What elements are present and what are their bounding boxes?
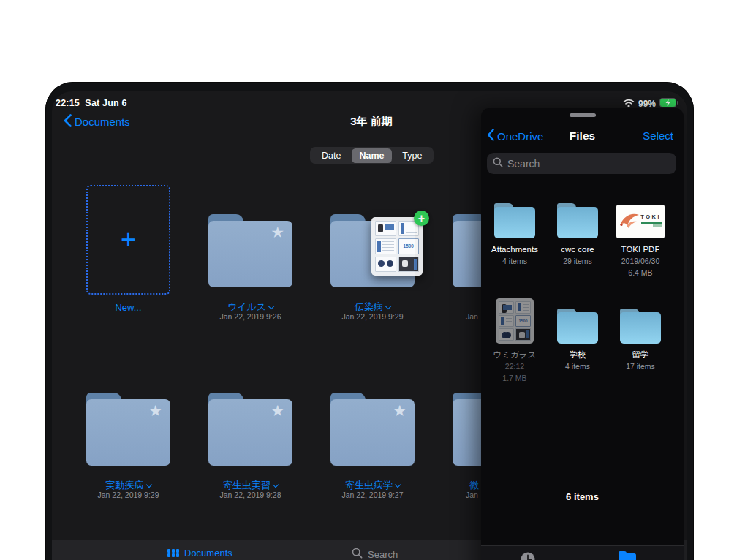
ipad-screen: 22:15 Sat Jun 6 99% Documents — [52, 91, 687, 560]
file-name: cwc core — [561, 244, 594, 254]
back-label: Documents — [75, 116, 130, 128]
file-info: 6.4 MB — [628, 268, 652, 278]
chevron-left-icon — [64, 114, 72, 129]
file-name: ウミガラス — [493, 349, 537, 360]
segment-date[interactable]: Date — [311, 148, 352, 163]
chevron-down-icon[interactable] — [268, 303, 274, 309]
select-button[interactable]: Select — [643, 129, 673, 142]
plus-icon: + — [121, 227, 136, 253]
dragged-document-ghost[interactable]: 1500 + — [371, 217, 423, 276]
document-thumbnail: 1500 — [496, 298, 534, 344]
folder-name: ウイルス — [227, 301, 266, 312]
file-item-umigarasu[interactable]: 1500 ウミガラス 22:12 1.7 MB — [483, 297, 546, 383]
tab-search-label: Search — [368, 549, 398, 560]
star-icon: ★ — [271, 403, 284, 418]
chevron-down-icon[interactable] — [395, 482, 401, 488]
folder-icon: ★ — [86, 393, 170, 466]
search-icon — [352, 548, 363, 560]
file-info: 22:12 — [505, 362, 524, 371]
folder-tile[interactable]: ★ 寄生虫実習 Jan 22, 2019 9:28 — [208, 393, 292, 466]
slide-thumbnail — [375, 221, 396, 236]
file-item-gakkou[interactable]: 学校 4 items — [546, 297, 609, 383]
sort-segmented-control: Date Name Type — [310, 147, 434, 164]
folder-date: Jan 22, 2019 9:29 — [86, 491, 170, 499]
folder-icon: ★ — [208, 393, 292, 466]
toki-thumb-text: TOKI — [640, 213, 661, 220]
search-bar[interactable] — [487, 153, 676, 174]
slide-thumbnail: 1500 — [398, 238, 420, 254]
chevron-down-icon[interactable] — [145, 482, 151, 488]
file-grid-row: Attachments 4 items cwc core 29 items — [483, 199, 684, 278]
file-name: Attachments — [491, 244, 538, 254]
status-time: 22:15 — [56, 98, 80, 108]
tab-search[interactable]: Search — [352, 548, 398, 560]
folder-date: Jan 22, 2019 9:26 — [208, 312, 292, 321]
new-tile-label: New... — [86, 302, 170, 313]
ipad-frame: 22:15 Sat Jun 6 99% Documents — [45, 82, 694, 560]
file-info: 17 items — [626, 362, 655, 371]
folder-icon — [557, 309, 598, 344]
page-title: 3年 前期 — [350, 115, 393, 129]
file-info: 4 items — [502, 257, 527, 266]
copy-plus-badge: + — [414, 211, 429, 226]
folder-tile[interactable]: ★ 実動疾病 Jan 22, 2019 9:29 — [86, 393, 170, 466]
chevron-down-icon[interactable] — [273, 482, 279, 488]
pdf-thumbnail: TOKI — [616, 205, 665, 238]
folder-tile[interactable]: ★ 寄生虫病学 Jan 22, 2019 9:27 — [330, 393, 415, 466]
search-input[interactable] — [507, 158, 670, 170]
battery-percent: 99% — [638, 99, 656, 109]
tab-recents[interactable]: Recents — [507, 551, 548, 560]
file-item-toki-pdf[interactable]: TOKI TOKI PDF 2019/06/30 6.4 MB — [609, 199, 672, 278]
folder-date: Jan 22, 2019 9:28 — [208, 491, 292, 499]
folder-icon — [557, 203, 598, 238]
folder-icon — [620, 309, 661, 344]
back-label: OneDrive — [497, 130, 543, 143]
file-item-ryuugaku[interactable]: 留学 17 items — [609, 297, 672, 383]
folder-name: 寄生虫実習 — [223, 480, 271, 491]
files-tab-bar: Recents Browse — [481, 545, 684, 560]
status-date: Sat Jun 6 — [85, 98, 126, 108]
search-icon — [493, 157, 503, 170]
folder-icon — [494, 203, 535, 238]
folder-name: 実動疾病 — [106, 480, 144, 491]
chevron-down-icon[interactable] — [385, 303, 391, 309]
file-name: 留学 — [632, 349, 649, 360]
folder-name: 伝染病 — [355, 301, 383, 312]
files-slideover-panel: OneDrive Files Select Attachments 4 item… — [481, 108, 684, 560]
star-icon: ★ — [271, 224, 284, 240]
slide-thumbnail — [398, 257, 420, 272]
documents-grid-icon — [167, 549, 179, 557]
star-icon: ★ — [148, 403, 162, 418]
folder-date: Jan 22, 2019 9:29 — [330, 312, 415, 321]
clock-icon — [520, 551, 536, 560]
star-icon: ★ — [393, 403, 406, 418]
folder-date: Jan 22, 2019 9:27 — [330, 491, 415, 499]
folder-tile[interactable]: ★ ウイルス Jan 22, 2019 9:26 — [208, 214, 292, 287]
file-info: 1.7 MB — [502, 374, 526, 383]
file-name: 学校 — [570, 349, 586, 360]
status-bar-left: 22:15 Sat Jun 6 — [56, 98, 127, 108]
file-item-attachments[interactable]: Attachments 4 items — [483, 199, 546, 278]
item-count: 6 items — [481, 491, 684, 502]
folder-icon: ★ — [330, 393, 415, 466]
file-info: 2019/06/30 — [621, 257, 660, 266]
slide-thumbnail — [375, 238, 396, 254]
file-grid-row: 1500 ウミガラス 22:12 1.7 MB 学校 4 items 留学 — [483, 297, 684, 383]
back-button-onedrive[interactable]: OneDrive — [487, 129, 543, 143]
slide-thumbnail — [375, 257, 396, 272]
new-document-dropzone[interactable]: + — [86, 185, 170, 295]
chevron-left-icon — [487, 129, 494, 143]
drag-handle[interactable] — [570, 113, 596, 117]
panel-title: Files — [570, 129, 595, 143]
browse-folder-icon — [619, 551, 636, 560]
file-item-cwc-core[interactable]: cwc core 29 items — [546, 199, 609, 278]
back-button-documents[interactable]: Documents — [64, 114, 130, 129]
segment-name[interactable]: Name — [352, 148, 392, 163]
segment-type[interactable]: Type — [392, 148, 432, 163]
file-name: TOKI PDF — [621, 244, 660, 254]
file-info: 4 items — [565, 362, 590, 371]
tab-browse[interactable]: Browse — [607, 551, 648, 560]
tab-documents[interactable]: Documents — [167, 548, 232, 559]
tab-documents-label: Documents — [184, 548, 232, 559]
folder-icon: ★ — [208, 214, 292, 287]
